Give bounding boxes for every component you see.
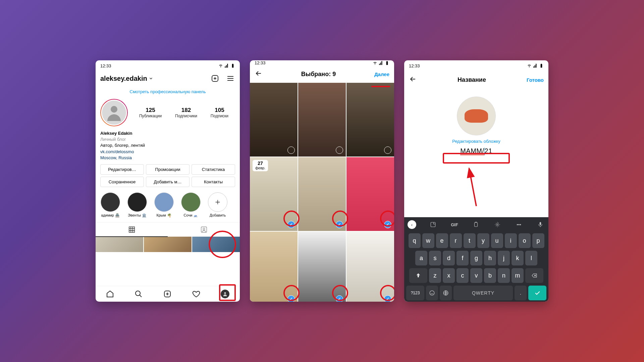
- title-header-text: Название: [458, 76, 486, 83]
- highlight-item[interactable]: адимир 🏯: [99, 192, 122, 218]
- svg-rect-9: [475, 223, 478, 227]
- key-backspace[interactable]: [525, 268, 543, 283]
- highlight-item[interactable]: Сочи 🗻: [179, 192, 202, 218]
- key[interactable]: a: [415, 251, 427, 265]
- key-shift[interactable]: [409, 268, 427, 283]
- nav-profile-icon[interactable]: [221, 290, 229, 298]
- add-button[interactable]: Добавить м…: [146, 177, 190, 187]
- username-dropdown[interactable]: aleksey.edakin: [100, 75, 153, 82]
- key-period[interactable]: .: [515, 286, 527, 300]
- key[interactable]: z: [429, 268, 441, 283]
- highlight-cover[interactable]: [457, 97, 496, 135]
- nav-search-icon[interactable]: [135, 290, 143, 298]
- bio-location[interactable]: Moscow, Russia: [100, 155, 235, 161]
- kbd-sticker-icon[interactable]: [428, 220, 438, 229]
- tab-tagged[interactable]: [168, 223, 240, 237]
- key[interactable]: p: [532, 233, 544, 248]
- story-item[interactable]: 27февр.: [250, 157, 298, 231]
- highlight-item[interactable]: Крым 🌴: [153, 192, 175, 218]
- key[interactable]: t: [464, 233, 476, 248]
- highlight-title-input[interactable]: МАММ/21: [460, 146, 492, 157]
- story-item[interactable]: [250, 83, 298, 157]
- kbd-chevron-left-icon[interactable]: ‹: [408, 220, 416, 229]
- story-item[interactable]: [298, 157, 346, 231]
- screen-selection: 12:33 Выбрано: 9 Далее 27февр.: [250, 60, 394, 302]
- stat-posts[interactable]: 125 Публикации: [139, 107, 162, 118]
- status-bar: 12:33: [96, 60, 240, 71]
- feed-post[interactable]: [192, 237, 240, 252]
- key[interactable]: h: [484, 251, 496, 265]
- key[interactable]: w: [422, 233, 434, 248]
- key[interactable]: c: [457, 268, 469, 283]
- key[interactable]: b: [484, 268, 496, 283]
- kbd-settings-icon[interactable]: [493, 220, 502, 229]
- key[interactable]: j: [498, 251, 510, 265]
- nav-activity-icon[interactable]: [192, 290, 200, 298]
- key[interactable]: y: [477, 233, 489, 248]
- next-button[interactable]: Далее: [374, 71, 389, 77]
- key[interactable]: n: [498, 268, 510, 283]
- key[interactable]: i: [505, 233, 517, 248]
- key[interactable]: v: [470, 268, 482, 283]
- nav-create-icon[interactable]: [163, 290, 171, 298]
- key[interactable]: f: [457, 251, 469, 265]
- contacts-button[interactable]: Контакты: [192, 177, 235, 187]
- story-item[interactable]: [298, 83, 346, 157]
- key[interactable]: u: [491, 233, 503, 248]
- key[interactable]: d: [443, 251, 455, 265]
- profile-tabs: [96, 222, 240, 237]
- key-space[interactable]: QWERTY: [453, 286, 513, 300]
- kbd-mic-icon[interactable]: [536, 220, 545, 229]
- menu-button[interactable]: [226, 74, 235, 83]
- create-post-button[interactable]: [210, 74, 220, 83]
- back-button[interactable]: [255, 69, 263, 79]
- tab-grid[interactable]: [96, 223, 168, 237]
- key-emoji[interactable]: [426, 286, 438, 300]
- highlight-item[interactable]: Эвенты 🏛️: [126, 192, 149, 218]
- story-item[interactable]: [298, 232, 346, 302]
- feed-post[interactable]: [96, 237, 143, 252]
- saved-button[interactable]: Сохраненное: [100, 177, 144, 187]
- feed-post[interactable]: [144, 237, 192, 252]
- key[interactable]: s: [429, 251, 441, 265]
- edit-cover-link[interactable]: Редактировать обложку: [404, 139, 548, 144]
- profile-avatar[interactable]: [100, 99, 128, 126]
- stat-followers[interactable]: 182 Подписчики: [175, 107, 197, 118]
- profile-header: aleksey.edakin: [96, 71, 240, 86]
- statistics-button[interactable]: Статистика: [192, 164, 235, 175]
- key[interactable]: x: [443, 268, 455, 283]
- key[interactable]: k: [512, 251, 524, 265]
- key[interactable]: e: [436, 233, 448, 248]
- battery-icon: [230, 63, 235, 68]
- nav-home-icon[interactable]: [106, 290, 114, 298]
- kbd-clipboard-icon[interactable]: [471, 220, 481, 229]
- key-enter[interactable]: [528, 286, 546, 300]
- key[interactable]: r: [450, 233, 462, 248]
- key[interactable]: g: [470, 251, 482, 265]
- wifi-icon: [218, 63, 223, 68]
- stat-following[interactable]: 105 Подписки: [211, 107, 228, 118]
- promotions-button[interactable]: Промоакции: [146, 164, 190, 175]
- bio-desc: Автор, блогер, лентяй: [100, 142, 235, 148]
- back-button[interactable]: [409, 75, 417, 84]
- key-language[interactable]: [440, 286, 452, 300]
- key[interactable]: m: [512, 268, 524, 283]
- story-item[interactable]: [250, 232, 298, 302]
- story-item[interactable]: [346, 157, 394, 231]
- kbd-more-icon[interactable]: •••: [514, 220, 524, 229]
- key[interactable]: o: [519, 233, 531, 248]
- wifi-icon: [527, 63, 532, 68]
- key[interactable]: l: [525, 251, 537, 265]
- highlight-add-button[interactable]: Добавить: [206, 192, 229, 218]
- key-numbers[interactable]: ?123: [406, 286, 424, 300]
- status-icons: [527, 63, 544, 68]
- story-item[interactable]: [346, 83, 394, 157]
- done-button[interactable]: Готово: [527, 77, 544, 83]
- kbd-gif-button[interactable]: GIF: [450, 220, 459, 229]
- story-item[interactable]: [346, 232, 394, 302]
- keyboard-row-2: a s d f g h j k l: [404, 249, 548, 267]
- key[interactable]: q: [409, 233, 421, 248]
- bio-link[interactable]: vk.com/delossmo: [100, 149, 235, 155]
- professional-panel-link[interactable]: Смотреть профессиональную панель: [96, 86, 240, 99]
- edit-profile-button[interactable]: Редактиров…: [100, 164, 144, 175]
